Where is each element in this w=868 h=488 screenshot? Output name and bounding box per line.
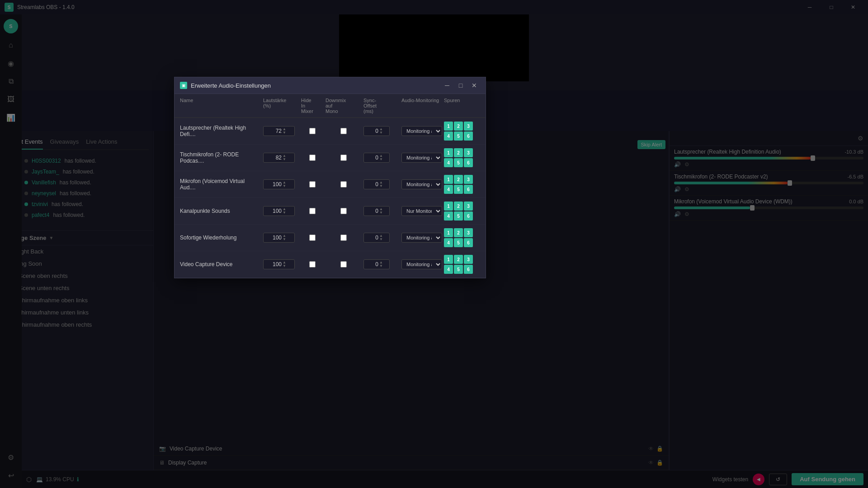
row6-track-buttons: 1 2 3 4 5 6 (444, 255, 480, 274)
row5-track-1[interactable]: 1 (444, 228, 453, 237)
row5-volume-input[interactable] (265, 235, 282, 241)
modal-minimize-button[interactable]: ─ (441, 81, 453, 90)
row3-track-2[interactable]: 2 (454, 175, 463, 184)
modal-title-text: Erweiterte Audio-Einstellungen (191, 82, 271, 89)
row1-track-buttons: 1 2 3 4 5 6 (444, 122, 480, 141)
row6-track-3[interactable]: 3 (464, 255, 473, 264)
row2-track-6[interactable]: 6 (464, 158, 473, 167)
row3-sync-wrap[interactable]: ▲▼ (363, 179, 390, 189)
row4-sync-input[interactable] (366, 208, 378, 214)
row2-sync-wrap[interactable]: ▲▼ (363, 153, 390, 163)
row1-volume-input[interactable] (265, 128, 282, 134)
row4-hide-checkbox[interactable] (301, 208, 324, 214)
row3-monitoring-select[interactable]: Monitoring aus Nur Monitoring Monitoring… (401, 179, 442, 189)
col-hide: HideInMixer (301, 98, 324, 114)
row3-hide-checkbox[interactable] (301, 181, 324, 188)
row1-volume-wrap[interactable]: ▲▼ (263, 126, 295, 136)
row4-track-6[interactable]: 6 (464, 211, 473, 221)
row5-track-2[interactable]: 2 (454, 228, 463, 237)
row3-track-1[interactable]: 1 (444, 175, 453, 184)
row6-monitoring-select[interactable]: Monitoring aus Nur Monitoring Monitoring… (401, 259, 442, 269)
row6-track-5[interactable]: 5 (454, 265, 463, 274)
row6-track-6[interactable]: 6 (464, 265, 473, 274)
row1-track-4[interactable]: 4 (444, 131, 453, 141)
row6-downmix-checkbox[interactable] (326, 261, 362, 267)
row6-track-1[interactable]: 1 (444, 255, 453, 264)
row3-track-3[interactable]: 3 (464, 175, 473, 184)
row1-track-3[interactable]: 3 (464, 122, 473, 131)
row4-track-2[interactable]: 2 (454, 202, 463, 211)
row2-track-2[interactable]: 2 (454, 148, 463, 157)
row2-track-5[interactable]: 5 (454, 158, 463, 167)
row6-volume-input[interactable] (265, 261, 282, 267)
row5-monitoring-select[interactable]: Monitoring aus Nur Monitoring Monitoring… (401, 233, 442, 243)
row1-downmix-checkbox[interactable] (326, 128, 362, 134)
row3-volume-wrap[interactable]: ▲▼ (263, 179, 295, 189)
row6-sync-wrap[interactable]: ▲▼ (363, 259, 390, 269)
audio-row-kanalpunkte: Kanalpunkte Sounds ▲▼ ▲▼ Nur Monitoring … (175, 198, 486, 225)
row3-sync-input[interactable] (366, 181, 378, 188)
row5-sync-wrap[interactable]: ▲▼ (363, 233, 390, 243)
row4-downmix-checkbox[interactable] (326, 208, 362, 214)
audio-settings-modal: ▣ Erweiterte Audio-Einstellungen ─ □ ✕ N… (174, 77, 486, 278)
col-tracks: Spuren (444, 98, 480, 114)
row4-track-3[interactable]: 3 (464, 202, 473, 211)
row4-sync-wrap[interactable]: ▲▼ (363, 206, 390, 216)
col-downmix: DownmixaufMono (326, 98, 362, 114)
row2-track-3[interactable]: 3 (464, 148, 473, 157)
row2-track-buttons: 1 2 3 4 5 6 (444, 148, 480, 167)
row4-track-5[interactable]: 5 (454, 211, 463, 221)
row3-track-4[interactable]: 4 (444, 185, 453, 194)
row1-volume-spinners[interactable]: ▲▼ (283, 127, 286, 135)
row4-monitoring-select[interactable]: Nur Monitoring (Ausgabe stummschalten) M… (401, 206, 442, 216)
row5-track-buttons: 1 2 3 4 5 6 (444, 228, 480, 247)
row1-track-1[interactable]: 1 (444, 122, 453, 131)
col-volume: Lautstärke(%) (263, 98, 299, 114)
row1-track-2[interactable]: 2 (454, 122, 463, 131)
row5-track-4[interactable]: 4 (444, 238, 453, 247)
row6-sync-input[interactable] (366, 261, 378, 267)
row2-sync-input[interactable] (366, 155, 378, 161)
row5-downmix-checkbox[interactable] (326, 235, 362, 241)
row2-track-1[interactable]: 1 (444, 148, 453, 157)
row5-track-3[interactable]: 3 (464, 228, 473, 237)
row3-track-5[interactable]: 5 (454, 185, 463, 194)
row4-track-1[interactable]: 1 (444, 202, 453, 211)
row6-hide-checkbox[interactable] (301, 261, 324, 267)
row5-hide-checkbox[interactable] (301, 235, 324, 241)
row5-track-5[interactable]: 5 (454, 238, 463, 247)
row2-hide-checkbox[interactable] (301, 155, 324, 161)
row6-track-2[interactable]: 2 (454, 255, 463, 264)
row4-track-4[interactable]: 4 (444, 211, 453, 221)
row2-monitoring-select[interactable]: Monitoring aus Nur Monitoring Monitoring… (401, 153, 442, 163)
row3-downmix-checkbox[interactable] (326, 181, 362, 188)
row1-track-6[interactable]: 6 (464, 131, 473, 141)
row4-volume-wrap[interactable]: ▲▼ (263, 206, 295, 216)
row5-volume-wrap[interactable]: ▲▼ (263, 233, 295, 243)
row5-track-6[interactable]: 6 (464, 238, 473, 247)
audio-table-header: Name Lautstärke(%) HideInMixer Downmixau… (175, 94, 486, 118)
row6-track-4[interactable]: 4 (444, 265, 453, 274)
row6-volume-wrap[interactable]: ▲▼ (263, 259, 295, 269)
row5-name: Sofortige Wiederholung (180, 235, 261, 241)
row3-volume-input[interactable] (265, 181, 282, 188)
row3-track-6[interactable]: 6 (464, 185, 473, 194)
row1-sync-input[interactable] (366, 128, 378, 134)
audio-row-video-capture: Video Capture Device ▲▼ ▲▼ Monitoring au… (175, 251, 486, 278)
row4-volume-input[interactable] (265, 208, 282, 214)
row5-sync-input[interactable] (366, 235, 378, 241)
audio-row-tischmikrofon: Tischmikrofon (2- RODE Podcas.... ▲▼ ▲▼ … (175, 145, 486, 171)
modal-close-button[interactable]: ✕ (468, 81, 480, 90)
row2-track-4[interactable]: 4 (444, 158, 453, 167)
modal-title-icon: ▣ (180, 82, 187, 89)
row3-track-buttons: 1 2 3 4 5 6 (444, 175, 480, 194)
row1-hide-checkbox[interactable] (301, 128, 324, 134)
modal-maximize-button[interactable]: □ (455, 81, 467, 90)
row1-track-5[interactable]: 5 (454, 131, 463, 141)
row1-monitoring-select[interactable]: Monitoring aus Nur Monitoring Monitoring… (401, 126, 442, 136)
row1-sync-wrap[interactable]: ▲▼ (363, 126, 390, 136)
row2-volume-input[interactable] (265, 155, 282, 161)
row2-volume-wrap[interactable]: ▲▼ (263, 153, 295, 163)
row2-downmix-checkbox[interactable] (326, 155, 362, 161)
col-sync: Sync-Offset(ms) (363, 98, 400, 114)
